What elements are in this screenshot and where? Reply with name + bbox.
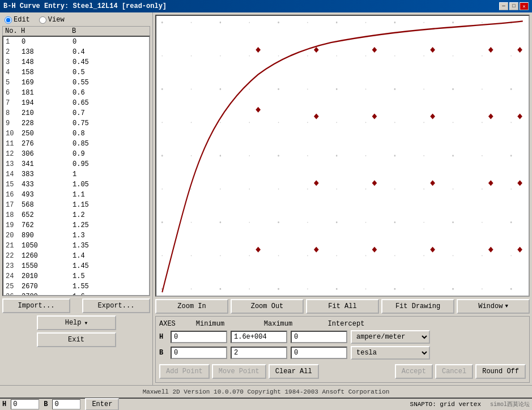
svg-point-92 (336, 88, 337, 89)
row-h: 383 (19, 169, 70, 180)
svg-point-65 (249, 88, 250, 89)
enter-button[interactable]: Enter (85, 398, 119, 410)
row-h: 341 (19, 159, 70, 169)
table-row[interactable]: 23 1550 1.45 (3, 261, 149, 271)
table-row[interactable]: 18 652 1.2 (3, 210, 149, 220)
row-b: 0.7 (70, 108, 121, 118)
point-controls: Add Point Move Point Clear All Accept Ca… (159, 362, 526, 379)
clear-all-button[interactable]: Clear All (269, 364, 319, 379)
table-row[interactable]: 22 1260 1.4 (3, 251, 149, 261)
table-row[interactable]: 5 169 0.55 (3, 78, 149, 88)
axes-controls: AXES Minimum Maximum Intercept H ampere/… (155, 316, 530, 383)
h-min-input[interactable] (171, 331, 227, 343)
table-row[interactable]: 4 158 0.5 (3, 67, 149, 78)
table-row[interactable]: 6 181 0.6 (3, 88, 149, 98)
b-unit-select[interactable]: tesla (351, 346, 430, 360)
table-row[interactable]: 19 762 1.25 (3, 220, 149, 230)
table-row[interactable]: 24 2010 1.5 (3, 271, 149, 281)
svg-point-88 (307, 255, 308, 256)
window-button[interactable]: Window ▼ (457, 299, 530, 314)
import-export-row: Import... Export... (2, 298, 150, 313)
h-max-input[interactable] (231, 331, 287, 343)
row-b: 1.5 (70, 271, 121, 281)
data-table[interactable]: 1 0 0 2 138 0.4 3 148 0.45 4 158 0.5 5 1… (2, 36, 150, 296)
mode-radio-group: Edit View (2, 15, 150, 26)
edit-radio[interactable]: Edit (5, 16, 30, 24)
row-no: 15 (3, 180, 19, 190)
exit-button[interactable]: Exit (37, 332, 116, 347)
table-row[interactable]: 7 194 0.65 (3, 98, 149, 108)
b-coord-label: B (44, 400, 48, 408)
svg-point-141 (482, 222, 483, 223)
fit-drawing-button[interactable]: Fit Drawing (381, 299, 454, 314)
table-row[interactable]: 11 276 0.85 (3, 139, 149, 149)
table-row[interactable]: 15 433 1.05 (3, 180, 149, 190)
svg-point-117 (423, 22, 424, 23)
h-intercept-input[interactable] (291, 331, 347, 343)
table-row[interactable]: 2 138 0.4 (3, 47, 149, 57)
h-unit-select[interactable]: ampere/meter (351, 330, 430, 344)
table-row[interactable]: 1 0 0 (3, 37, 149, 47)
add-point-button[interactable]: Add Point (159, 364, 210, 379)
row-no: 3 (3, 57, 19, 67)
import-button[interactable]: Import... (2, 298, 70, 313)
minimize-button[interactable]: ─ (499, 2, 508, 10)
table-row[interactable]: 3 148 0.45 (3, 57, 149, 67)
row-no: 22 (3, 251, 19, 261)
table-row[interactable]: 14 383 1 (3, 169, 149, 180)
svg-point-123 (423, 222, 424, 223)
row-h: 493 (19, 190, 70, 200)
svg-point-76 (278, 155, 279, 156)
row-no: 4 (3, 67, 19, 78)
svg-point-97 (336, 255, 337, 256)
row-b: 0.9 (70, 149, 121, 159)
move-point-button[interactable]: Move Point (212, 364, 266, 379)
round-off-button[interactable]: Round Off (475, 364, 526, 379)
titlebar: B-H Curve Entry: Steel_12L14 [read-only]… (0, 0, 532, 12)
table-row[interactable]: 16 493 1.1 (3, 190, 149, 200)
svg-point-57 (220, 122, 221, 123)
row-no: 18 (3, 210, 19, 220)
row-no: 11 (3, 139, 19, 149)
maximize-button[interactable]: □ (509, 2, 518, 10)
zoom-out-button[interactable]: Zoom Out (231, 299, 304, 314)
table-row[interactable]: 25 2670 1.55 (3, 281, 149, 292)
b-max-input[interactable] (231, 347, 287, 359)
help-button[interactable]: Help ▼ (37, 315, 116, 330)
row-no: 14 (3, 169, 19, 180)
table-row[interactable]: 17 568 1.15 (3, 200, 149, 210)
svg-point-45 (191, 22, 192, 23)
b-intercept-input[interactable] (291, 347, 347, 359)
h-coord-input[interactable] (11, 399, 39, 409)
svg-point-83 (307, 88, 308, 89)
row-b: 0.55 (70, 78, 121, 88)
view-radio[interactable]: View (39, 16, 65, 24)
export-button[interactable]: Export... (82, 298, 150, 313)
svg-point-37 (161, 55, 163, 57)
svg-point-116 (394, 288, 395, 289)
svg-point-38 (161, 88, 163, 89)
table-row[interactable]: 9 228 0.75 (3, 118, 149, 129)
zoom-in-button[interactable]: Zoom In (155, 299, 228, 314)
row-h: 158 (19, 67, 70, 78)
table-row[interactable]: 26 3780 1.6 (3, 292, 149, 296)
svg-point-114 (394, 222, 395, 223)
close-button[interactable]: ✕ (520, 2, 529, 10)
statusbar-text: Maxwell 2D Version 10.0.070 Copyright 19… (2, 388, 530, 395)
b-min-input[interactable] (171, 347, 227, 359)
cancel-button[interactable]: Cancel (435, 364, 473, 379)
row-h: 890 (19, 230, 70, 241)
table-row[interactable]: 13 341 0.95 (3, 159, 149, 169)
b-coord-input[interactable] (52, 399, 80, 409)
table-row[interactable]: 8 210 0.7 (3, 108, 149, 118)
table-row[interactable]: 20 890 1.3 (3, 230, 149, 241)
svg-point-119 (423, 88, 424, 89)
table-row[interactable]: 10 250 0.8 (3, 129, 149, 139)
accept-button[interactable]: Accept (395, 364, 433, 379)
row-no: 5 (3, 78, 19, 88)
table-row[interactable]: 12 306 0.9 (3, 149, 149, 159)
fit-all-button[interactable]: Fit All (306, 299, 379, 314)
svg-point-102 (365, 122, 367, 123)
table-row[interactable]: 21 1050 1.35 (3, 241, 149, 251)
row-b: 1.35 (70, 241, 121, 251)
